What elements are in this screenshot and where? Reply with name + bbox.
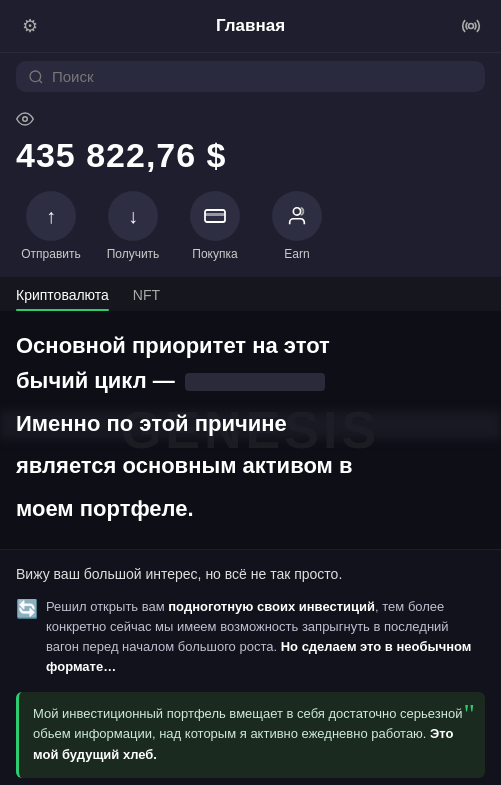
quote-block: " Мой инвестиционный портфель вмещает в … [16,692,485,778]
wallet-balance: 435 822,76 $ [16,136,485,175]
settings-icon[interactable]: ⚙ [16,12,44,40]
info-section: Вижу ваш большой интерес, но всё не так … [0,549,501,785]
svg-line-2 [39,80,42,83]
genesis-section: Криптовалюта NFT GENESIS Основной приори… [0,277,501,549]
search-input-wrap[interactable] [16,61,485,92]
card-text-line1b: бычий цикл — [16,366,485,397]
card-text-line2: Именно по этой причине [16,409,485,440]
earn-icon [272,191,322,241]
action-buy[interactable]: Покупка [180,191,250,261]
dark-card: GENESIS Основной приоритет на этот бычий… [0,311,501,549]
search-input[interactable] [52,68,473,85]
receive-label: Получить [107,247,160,261]
buy-icon [190,191,240,241]
svg-point-6 [293,208,300,215]
buy-label: Покупка [192,247,237,261]
send-icon: ↑ [26,191,76,241]
svg-point-0 [468,24,473,29]
top-bar: ⚙ Главная [0,0,501,53]
info-detail: 🔄 Решил открыть вам подноготную своих ин… [16,597,485,678]
earn-label: Earn [284,247,309,261]
lock-icon[interactable] [457,12,485,40]
receive-icon: ↓ [108,191,158,241]
card-text-line1: Основной приоритет на этот [16,331,485,362]
svg-point-1 [30,71,41,82]
action-earn[interactable]: Earn [262,191,332,261]
info-main-text: Вижу ваш большой интерес, но всё не так … [16,564,485,585]
action-send[interactable]: ↑ Отправить [16,191,86,261]
info-icon: 🔄 [16,598,38,620]
send-label: Отправить [21,247,81,261]
quote-text: Мой инвестиционный портфель вмещает в се… [33,704,471,766]
wallet-eye-icon[interactable] [16,110,485,132]
quote-mark-icon: " [464,700,475,728]
search-icon [28,69,44,85]
card-text-line2b: является основным активом в [16,451,485,482]
tab-nft[interactable]: NFT [133,287,160,311]
svg-rect-5 [205,213,225,216]
tabs-row: Криптовалюта NFT [0,277,501,311]
info-detail-text: Решил открыть вам подноготную своих инве… [46,597,485,678]
action-row: ↑ Отправить ↓ Получить Покупка [16,191,485,261]
search-bar [0,53,501,102]
tab-crypto[interactable]: Криптовалюта [16,287,109,311]
wallet-section: 435 822,76 $ ↑ Отправить ↓ Получить Поку… [0,102,501,277]
svg-point-3 [23,117,28,122]
action-receive[interactable]: ↓ Получить [98,191,168,261]
page-title: Главная [216,16,285,36]
card-text-line2c: моем портфеле. [16,494,485,525]
card-blur-placeholder [185,373,325,391]
